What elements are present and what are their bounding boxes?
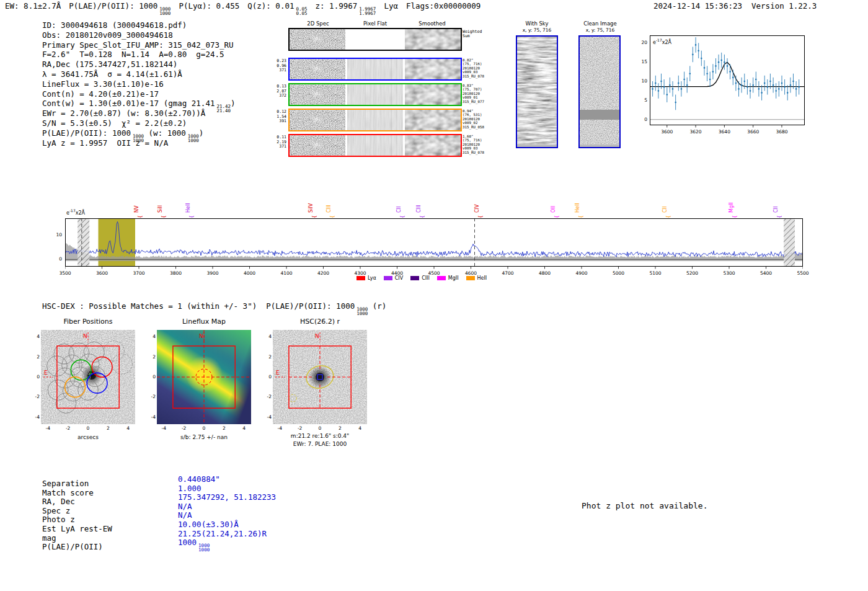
emission-line-label: CII [396,207,402,213]
spectrum-xtick: 4700 [499,270,516,276]
spectrum-xtick: 4300 [352,270,369,276]
info-line: Cont(n) = 4.20(±0.21)e-17 [42,89,236,99]
linefit-xtick: 3640 [715,129,733,135]
legend-color-swatch [437,276,446,280]
emission-line-label: SiIV [308,203,314,213]
hsc_r-ytick: 2 [262,354,272,360]
spectrum-xtick: 4800 [536,270,554,276]
text-segment: P(LAE)/P(OII): 100010001000 [42,128,144,138]
spectrum-xtick: 3600 [94,270,111,276]
spectrum-xtick: 5300 [720,270,738,276]
info-line: F=2.6" T=0.128 N=1.14 A=0.80 g=24.5 [42,50,236,60]
spectrum-xtick: 5200 [684,270,701,276]
match-table-labels: SeparationMatch scoreRA, DecSpec zPhoto … [42,479,112,551]
legend-color-swatch [384,276,392,280]
emission-line-marker: { [312,215,317,218]
legend-color-swatch [466,276,475,280]
legend-label: CIII [422,275,430,281]
emission-line-marker: { [138,215,143,218]
timestamp-version: 2024-12-14 15:36:23 Version 1.22.3 [653,1,817,11]
spectrum-xtick: 4400 [389,270,406,276]
svg-text:N: N [83,333,87,339]
spectrum-xtick: 4000 [241,270,259,276]
match-row-label: P(LAE)/P(OII) [42,542,112,551]
info-line: LyA z = 1.9957 OII z = N/A [42,138,236,148]
emission-line-marker: { [401,215,405,218]
pixelflat-strip [347,110,403,130]
emission-line-label: MgII [728,202,735,213]
hsc_r-xtick: 0 [314,425,326,431]
fiber-2d-row [288,83,462,106]
fiber-2d-row [288,58,462,81]
fiber_positions-ytick: 4 [30,334,40,339]
stacked-fraction: 10001000 [159,7,170,16]
emission-line-label: CIII [415,205,422,213]
spectrum-xtick: 4200 [315,270,332,276]
linefit-xtick: 3660 [744,129,763,135]
spectrum-ytick: 10 [53,232,62,238]
emission-line-label: OII [550,206,557,213]
info-line: S/N = 5.3(±0.5) χ² = 2.2(±0.2) [42,118,236,128]
spectrum-xtick: 5400 [758,270,775,276]
emission-line-marker: { [666,215,671,218]
text-segment: Cont(w) = 1.30(±0.01)e-17 (gmag 21.4121.… [42,99,231,108]
spectrum-svg [65,218,803,269]
hsc_r-ytick: -4 [262,414,272,420]
lineflux_map-xtick: -2 [178,425,190,431]
spec2d-strip [290,135,345,156]
legend-label: CIV [395,275,403,281]
hsc-dex-heading: HSC-DEX : Possible Matches = 1 (within +… [42,301,386,316]
info-line: ID: 3000494618 (3000494618.pdf) [42,20,236,30]
info-line: RA,Dec (175.347427,51.182144) [42,60,236,69]
match-row-label: Separation [42,479,112,488]
fiber-2d-row [288,134,462,157]
fiber_positions-xtick: 0 [82,425,94,431]
col-title-smoothed: Smoothed [404,20,461,27]
lineflux_map-ytick: 0 [146,374,156,380]
match-row-value: 21.25(21.24,21.26)R [178,529,276,538]
withsky-coords: x, y: 75, 716 [511,27,563,33]
smoothed-strip [405,29,461,50]
fiber_positions-xtick: -2 [62,425,74,431]
fiber_positions-ytick: 2 [30,354,40,360]
legend-color-swatch [356,276,365,280]
fiber-2d-row [288,109,462,131]
col-title-pixelflat: Pixel Flat [347,20,404,27]
fiber-row-weights: 0.230.96371 [269,59,286,73]
spectrum-xtick: 4500 [425,270,443,276]
spectrum-xtick: 3800 [167,270,185,276]
hsc_r-ytick: -2 [262,394,272,399]
emission-line-marker: { [777,215,782,218]
withsky-image [516,35,558,148]
clean-title: Clean Image [575,20,625,27]
pixelflat-strip [347,84,403,105]
spec2d-strip [290,29,345,50]
info-line: EWr = 2.70(±0.87) (w: 8.30(±2.70))Å [42,109,236,118]
emission-line-marker: { [190,215,195,218]
hsc_r-ytick: 4 [262,334,272,339]
lineflux_map-xtick: -4 [157,425,170,431]
hsc_r-xtick: 2 [334,425,346,431]
fiber-row-weights: 0.112.19371 [269,135,286,149]
fiber-row-info: 1.60"(75, 716)20180120v009_03315_RU_078 [463,135,494,154]
info-line: Primary Spec_Slot_IFU_AMP: 315_042_073_R… [42,40,236,50]
text-segment: F=2.6" T=0.128 N=1.14 A=0.80 g=24.5 [42,50,224,59]
emission-line-label: HeII [574,203,581,213]
spectrum-xtick: 3500 [56,270,74,276]
legend-label: HeII [477,275,487,281]
info-line: LineFlux = 3.30(±1.10)e-16 [42,79,236,89]
header-segment: z: 1.99671.99671.9967 [316,1,376,11]
emission-line-marker: { [420,215,425,218]
text-segment: HSC-DEX : Possible Matches = 1 (within +… [42,301,368,311]
hsc_r-xtick: -2 [294,425,306,431]
match-row-label: Est LyA rest-EW [42,524,112,533]
text-segment: EWr = 2.70(±0.87) (w: 8.30(±2.70))Å [42,109,205,118]
text-segment: Primary Spec_Slot_IFU_AMP: 315_042_073_R… [42,40,234,50]
lineflux_map-ytick: -4 [146,414,156,420]
text-segment: λ = 3641.75Å σ = 4.14(±1.61)Å [42,69,182,79]
fiber_positions-xtick: 4 [122,425,135,431]
match-table-values: 0.440884"1.000175.347292, 51.182233N/AN/… [178,474,276,547]
text-segment: (r) [368,301,386,311]
legend-item: HeII [466,275,487,281]
hsc-caption-1: m:21.2 re:1.6" s:0.4" [261,433,379,439]
